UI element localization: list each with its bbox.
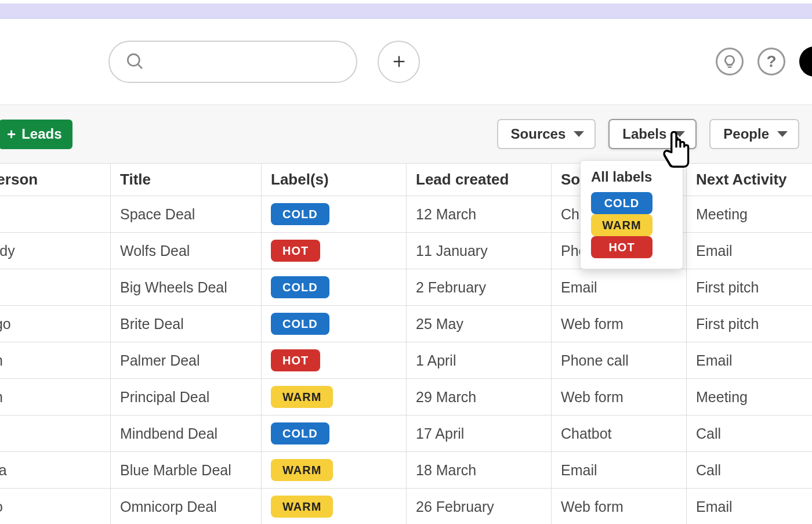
header-next[interactable]: Next Activity xyxy=(687,164,813,196)
table-row[interactable]: agoBrite DealCOLD25 MayWeb formFirst pit… xyxy=(0,306,812,342)
search-input[interactable] xyxy=(108,41,357,83)
cell-created: 29 March xyxy=(407,379,552,415)
labels-dropdown-panel: All labels COLDWARMHOT xyxy=(580,160,683,269)
cell-source: Email xyxy=(552,269,687,306)
svg-point-0 xyxy=(128,54,139,66)
cell-person: g xyxy=(0,269,111,306)
window-accent-bar xyxy=(0,3,812,19)
cell-created: 26 February xyxy=(407,489,552,525)
cell-source: Web form xyxy=(552,379,687,415)
filter-sources-label: Sources xyxy=(511,126,566,142)
svg-line-1 xyxy=(138,64,142,68)
add-leads-label: Leads xyxy=(21,126,61,142)
cell-title: Big Wheels Deal xyxy=(111,269,262,306)
filter-people[interactable]: People xyxy=(709,119,799,149)
avatar[interactable] xyxy=(799,46,812,77)
cell-source: Chatbot xyxy=(552,415,687,452)
cell-person: ardy xyxy=(0,233,111,269)
label-badge[interactable]: HOT xyxy=(271,240,320,262)
cell-created: 1 April xyxy=(407,342,552,379)
cell-created: 11 January xyxy=(407,233,552,269)
cell-title: Wolfs Deal xyxy=(111,233,262,269)
table-row[interactable]: gBig Wheels DealCOLD2 FebruaryEmailFirst… xyxy=(0,269,812,306)
cell-title: Brite Deal xyxy=(111,306,262,342)
chevron-down-icon xyxy=(574,131,584,137)
cell-label: HOT xyxy=(262,233,407,269)
dropdown-label-warm[interactable]: WARM xyxy=(591,214,652,236)
cell-title: Mindbend Deal xyxy=(111,415,262,452)
filter-labels-label: Labels xyxy=(622,126,666,142)
label-badge[interactable]: HOT xyxy=(271,349,320,371)
table-row[interactable]: noOmnicorp DealWARM26 FebruaryWeb formEm… xyxy=(0,489,812,525)
cell-next: Call xyxy=(687,415,813,452)
cell-next: First pitch xyxy=(687,306,813,342)
cell-label: COLD xyxy=(262,306,407,342)
tips-button[interactable] xyxy=(716,48,744,75)
label-badge[interactable]: COLD xyxy=(271,276,329,298)
help-button[interactable]: ? xyxy=(757,48,785,75)
cell-label: HOT xyxy=(262,342,407,379)
cell-next: Email xyxy=(687,342,813,379)
cell-label: COLD xyxy=(262,415,407,452)
cell-title: Space Deal xyxy=(111,196,262,233)
cell-source: Web form xyxy=(552,306,687,342)
chevron-down-icon xyxy=(675,131,685,137)
header-labels[interactable]: Label(s) xyxy=(262,164,407,196)
cell-title: Omnicorp Deal xyxy=(111,489,262,525)
global-add-button[interactable] xyxy=(378,41,420,83)
lightbulb-icon xyxy=(722,54,737,69)
label-badge[interactable]: WARM xyxy=(271,459,333,481)
cell-next: Email xyxy=(687,489,813,525)
cell-title: Palmer Deal xyxy=(111,342,262,379)
cell-label: WARM xyxy=(262,452,407,489)
label-badge[interactable]: WARM xyxy=(271,496,333,518)
cell-next: Email xyxy=(687,233,813,269)
search-icon xyxy=(126,52,144,71)
cell-label: WARM xyxy=(262,379,407,415)
filter-people-label: People xyxy=(723,126,769,142)
chevron-down-icon xyxy=(777,131,788,137)
cell-next: First pitch xyxy=(687,269,813,306)
table-row[interactable]: nnPalmer DealHOT1 AprilPhone callEmail xyxy=(0,342,812,379)
label-badge[interactable]: COLD xyxy=(271,313,329,335)
cell-next: Meeting xyxy=(687,379,813,415)
header-person[interactable]: Person xyxy=(0,164,111,196)
add-leads-button[interactable]: + Leads xyxy=(0,120,72,149)
table-row[interactable]: onPrincipal DealWARM29 MarchWeb formMeet… xyxy=(0,379,812,415)
cell-person: on xyxy=(0,379,111,415)
cell-created: 2 February xyxy=(407,269,552,306)
cell-created: 18 March xyxy=(407,452,552,489)
plus-icon: + xyxy=(7,125,16,143)
app-header: ? xyxy=(0,19,812,104)
header-created[interactable]: Lead created xyxy=(407,164,552,196)
cell-person: no xyxy=(0,489,111,525)
toolbar: + Leads Sources Labels People xyxy=(0,105,812,163)
label-badge[interactable]: COLD xyxy=(271,422,329,445)
cell-source: Web form xyxy=(552,489,687,525)
dropdown-label-cold[interactable]: COLD xyxy=(591,192,652,214)
table-row[interactable]: Mindbend DealCOLD17 AprilChatbotCall xyxy=(0,415,812,452)
filter-sources[interactable]: Sources xyxy=(497,119,596,149)
cell-label: COLD xyxy=(262,196,407,233)
cell-title: Principal Deal xyxy=(111,379,262,415)
cell-source: Phone call xyxy=(552,342,687,379)
question-icon: ? xyxy=(766,52,776,71)
header-title[interactable]: Title xyxy=(111,164,262,196)
cell-person: er xyxy=(0,196,111,233)
cell-source: Email xyxy=(552,452,687,489)
cell-created: 25 May xyxy=(407,306,552,342)
dropdown-label-hot[interactable]: HOT xyxy=(591,236,652,258)
filter-labels[interactable]: Labels xyxy=(608,119,697,149)
cell-title: Blue Marble Deal xyxy=(111,452,262,489)
label-badge[interactable]: COLD xyxy=(271,203,329,225)
cell-person: ago xyxy=(0,306,111,342)
cell-person: ma xyxy=(0,452,111,489)
table-row[interactable]: maBlue Marble DealWARM18 MarchEmailCall xyxy=(0,452,812,489)
table-row[interactable]: ardyWolfs DealHOT11 JanuaryPhone callEma… xyxy=(0,233,812,269)
label-badge[interactable]: WARM xyxy=(271,386,333,408)
table-row[interactable]: erSpace DealCOLD12 MarchChatbotMeeting xyxy=(0,196,812,233)
leads-table: Person Title Label(s) Lead created Sourc… xyxy=(0,163,812,524)
cell-label: WARM xyxy=(262,489,407,525)
cell-next: Meeting xyxy=(687,196,813,233)
cell-created: 12 March xyxy=(407,196,552,233)
